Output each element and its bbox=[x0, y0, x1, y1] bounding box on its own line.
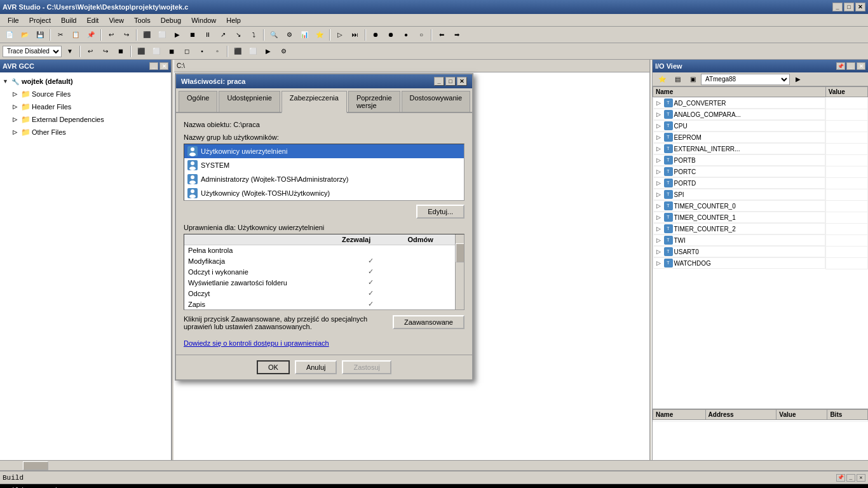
dialog-minimize[interactable]: _ bbox=[434, 77, 444, 86]
build-close[interactable]: ✕ bbox=[857, 474, 865, 482]
io-btn3[interactable]: ▣ bbox=[686, 73, 700, 86]
close-button[interactable]: ✕ bbox=[855, 3, 865, 11]
menu-edit[interactable]: Edit bbox=[81, 15, 104, 25]
toolbar2-b8[interactable]: ◻ bbox=[180, 45, 194, 58]
toolbar-b19[interactable]: ⬅ bbox=[435, 29, 449, 41]
tree-header-files[interactable]: ▷ 📁 Header Files bbox=[0, 100, 171, 113]
user-item-2[interactable]: Administratorzy (Wojtek-TOSH\Administrat… bbox=[184, 172, 464, 186]
toolbar2-b7[interactable]: ◼ bbox=[165, 45, 179, 58]
trace-combo[interactable]: Trace Disabled bbox=[3, 46, 62, 57]
io-row[interactable]: ▷ T PORTC bbox=[653, 166, 868, 177]
perm-row[interactable]: Wyświetlanie zawartości folderu ✓ bbox=[184, 277, 464, 288]
toolbar-b15[interactable]: ⏺ bbox=[369, 29, 383, 41]
toolbar-b2[interactable]: ⬜ bbox=[155, 29, 169, 41]
io-device-combo[interactable]: ATmega88 bbox=[701, 74, 790, 85]
tree-root[interactable]: ▼ 🔧 wojtek (default) bbox=[0, 75, 171, 88]
toolbar-b12[interactable]: ⭐ bbox=[313, 29, 327, 41]
cancel-button[interactable]: Anuluj bbox=[295, 360, 337, 374]
ok-button[interactable]: OK bbox=[257, 360, 290, 374]
toolbar2-b1[interactable]: ▼ bbox=[63, 45, 77, 58]
toolbar-save[interactable]: 💾 bbox=[33, 29, 47, 41]
hscroll-thumb[interactable] bbox=[23, 461, 48, 470]
perm-row[interactable]: Odczyt i wykonanie ✓ bbox=[184, 266, 464, 277]
toolbar-copy[interactable]: 📋 bbox=[69, 29, 83, 41]
menu-debug[interactable]: Debug bbox=[156, 15, 186, 25]
toolbar-b8[interactable]: ⤵ bbox=[247, 29, 261, 41]
io-row[interactable]: ▷ T TIMER_COUNTER_1 bbox=[653, 212, 868, 223]
toolbar2-b2[interactable]: ↩ bbox=[83, 45, 97, 58]
build-minimize[interactable]: _ bbox=[846, 474, 855, 482]
menu-build[interactable]: Build bbox=[56, 15, 81, 25]
io-row[interactable]: ▷ T PORTD bbox=[653, 177, 868, 189]
io-pin[interactable]: 📌 bbox=[836, 62, 845, 70]
toolbar2-b10[interactable]: ▫ bbox=[210, 45, 224, 58]
learn-more-link[interactable]: Dowiedz się o kontroli dostępu i uprawni… bbox=[184, 339, 465, 347]
perm-scroll-thumb[interactable] bbox=[456, 243, 465, 262]
dialog-maximize[interactable]: □ bbox=[445, 77, 456, 86]
menu-view[interactable]: View bbox=[104, 15, 129, 25]
toolbar-b3[interactable]: ▶ bbox=[170, 29, 184, 41]
menu-window[interactable]: Window bbox=[186, 15, 221, 25]
minimize-button[interactable]: _ bbox=[832, 3, 843, 11]
build-pin[interactable]: 📌 bbox=[836, 474, 845, 482]
menu-file[interactable]: File bbox=[3, 15, 24, 25]
toolbar-undo[interactable]: ↩ bbox=[104, 29, 118, 41]
toolbar2-b5[interactable]: ⬛ bbox=[134, 45, 148, 58]
toolbar-b14[interactable]: ⏭ bbox=[348, 29, 362, 41]
toolbar-b20[interactable]: ➡ bbox=[450, 29, 464, 41]
tree-source-files[interactable]: ▷ 📁 Source Files bbox=[0, 88, 171, 100]
user-item-0[interactable]: Użytkownicy uwierzytelnieni bbox=[184, 144, 464, 158]
panel-close[interactable]: ✕ bbox=[159, 62, 168, 70]
io-row[interactable]: ▷ T TIMER_COUNTER_0 bbox=[653, 200, 868, 212]
toolbar2-b3[interactable]: ↪ bbox=[98, 45, 112, 58]
toolbar2-b4[interactable]: ⏹ bbox=[114, 45, 128, 58]
dialog-tab-ogolne[interactable]: Ogólne bbox=[179, 91, 217, 112]
menu-tools[interactable]: Tools bbox=[129, 15, 156, 25]
maximize-button[interactable]: □ bbox=[844, 3, 854, 11]
toolbar-b17[interactable]: ● bbox=[399, 29, 413, 41]
io-row[interactable]: ▷ T EXTERNAL_INTERR... bbox=[653, 143, 868, 154]
toolbar-open[interactable]: 📂 bbox=[18, 29, 32, 41]
hscroll-track[interactable] bbox=[10, 461, 858, 470]
menu-help[interactable]: Help bbox=[221, 15, 246, 25]
toolbar2-b9[interactable]: ▪ bbox=[195, 45, 209, 58]
apply-button[interactable]: Zastosuj bbox=[342, 360, 391, 374]
io-row[interactable]: ▷ T AD_CONVERTER bbox=[653, 97, 868, 109]
toolbar-b16[interactable]: ⏺ bbox=[384, 29, 398, 41]
toolbar2-b13[interactable]: ▶ bbox=[261, 45, 275, 58]
toolbar-b1[interactable]: ⬛ bbox=[140, 29, 154, 41]
toolbar-b5[interactable]: ⏸ bbox=[201, 29, 215, 41]
toolbar2-b11[interactable]: ⬛ bbox=[231, 45, 245, 58]
toolbar-paste[interactable]: 📌 bbox=[84, 29, 98, 41]
io-row[interactable]: ▷ T USART0 bbox=[653, 246, 868, 257]
io-row[interactable]: ▷ T WATCHDOG bbox=[653, 257, 868, 269]
io-btn2[interactable]: ▤ bbox=[670, 73, 684, 86]
io-row[interactable]: ▷ T CPU bbox=[653, 120, 868, 132]
perm-row[interactable]: Modyfikacja ✓ bbox=[184, 255, 464, 266]
io-minimize[interactable]: _ bbox=[846, 62, 855, 70]
io-btn1[interactable]: ⭐ bbox=[655, 73, 669, 86]
toolbar-b7[interactable]: ↘ bbox=[231, 29, 245, 41]
dialog-tab-dostosowywanie[interactable]: Dostosowywanie bbox=[402, 91, 471, 112]
io-row[interactable]: ▷ T SPI bbox=[653, 189, 868, 200]
io-close[interactable]: ✕ bbox=[857, 62, 865, 70]
dialog-close[interactable]: ✕ bbox=[457, 77, 467, 86]
toolbar-b18[interactable]: ○ bbox=[414, 29, 428, 41]
toolbar-b6[interactable]: ↗ bbox=[216, 29, 230, 41]
toolbar-b4[interactable]: ⏹ bbox=[186, 29, 200, 41]
panel-minimize[interactable]: _ bbox=[149, 62, 158, 70]
io-row[interactable]: ▷ T PORTB bbox=[653, 154, 868, 166]
toolbar-new[interactable]: 📄 bbox=[3, 29, 17, 41]
toolbar-cut[interactable]: ✂ bbox=[53, 29, 67, 41]
perm-scrollbar[interactable] bbox=[455, 234, 464, 309]
perm-row[interactable]: Odczyt ✓ bbox=[184, 288, 464, 299]
toolbar2-b14[interactable]: ⚙ bbox=[276, 45, 290, 58]
link-text[interactable]: Dowiedz się o kontroli dostępu i uprawni… bbox=[184, 339, 329, 347]
toolbar-b13[interactable]: ▷ bbox=[333, 29, 347, 41]
io-row[interactable]: ▷ T TWI bbox=[653, 234, 868, 246]
tree-other-files[interactable]: ▷ 📁 Other Files bbox=[0, 126, 171, 139]
perm-row[interactable]: Pełna kontrola bbox=[184, 245, 464, 256]
io-row[interactable]: ▷ T ANALOG_COMPARA... bbox=[653, 109, 868, 120]
edit-button[interactable]: Edytuj... bbox=[416, 205, 465, 219]
toolbar-b11[interactable]: 📊 bbox=[297, 29, 311, 41]
